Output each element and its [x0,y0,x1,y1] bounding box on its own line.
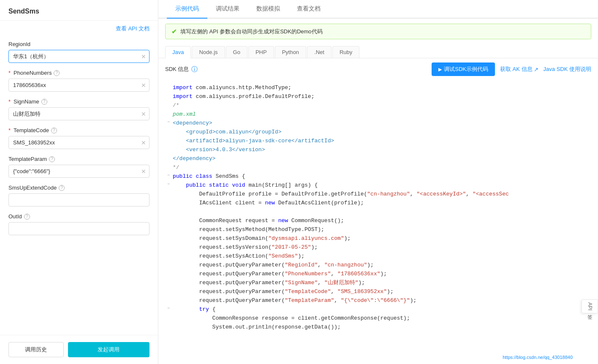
url-hint: https://blog.csdn.ne/qq_43018840 [503,355,573,360]
lang-tabs: Java Node.js Go PHP Python .Net Ruby [158,43,598,58]
invoke-button[interactable]: 发起调用 [68,342,150,357]
sdk-info-left: SDK 信息 ⓘ [165,65,198,73]
code-line: − <dependency> [165,119,591,128]
signname-input[interactable] [8,107,150,120]
code-line: request.putQueryParameter("PhoneNumbers"… [165,270,591,279]
code-line: request.putQueryParameter("TemplateCode"… [165,288,591,296]
code-line: request.setSysMethod(MethodType.POST); [165,225,591,234]
code-line: − try { [165,305,591,314]
code-line: <groupId>com.aliyun</groupId> [165,128,591,137]
regionid-label: RegionId [8,41,30,47]
debug-sdk-button[interactable]: ▶ 调试SDK示例代码 [432,62,495,76]
form-area: RegionId ✕ * PhoneNumbers ? ✕ * SignNa [0,37,158,335]
code-line: request.putQueryParameter("TemplateParam… [165,296,591,305]
page-title: SendSms [0,0,158,21]
code-line: </dependency> [165,155,591,163]
code-line: CommonRequest request = new CommonReques… [165,217,591,225]
sdk-info-bar: SDK 信息 ⓘ ▶ 调试SDK示例代码 获取 AK 信息 ↗ Java SDK… [158,58,598,80]
regionid-input[interactable] [8,50,150,63]
sdk-info-icon[interactable]: ⓘ [191,65,198,73]
code-line: − public class SendSms { [165,172,591,181]
left-panel: SendSms 查看 API 文档 RegionId ✕ * PhoneNumb… [0,0,158,364]
smsupextendcode-input[interactable] [8,193,150,206]
lang-tab-nodejs[interactable]: Node.js [192,46,225,58]
smsupextendcode-label: SmsUpExtendCode [8,185,57,191]
code-content: import com.aliyuncs.http.MethodType; imp… [158,80,598,335]
code-line: − public static void main(String[] args)… [165,181,591,190]
lang-tab-dotnet[interactable]: .Net [307,46,332,58]
bottom-buttons: 调用历史 发起调用 [0,335,158,364]
play-icon: ▶ [438,67,442,72]
api-doc-link[interactable]: 查看 API 文档 [0,21,158,37]
phonenumbers-wrapper: ✕ [8,79,150,92]
lang-tab-python[interactable]: Python [275,46,306,58]
lang-tab-java[interactable]: Java [165,46,191,58]
notice-bar: ✔ 填写左侧的 API 参数会自动同步生成对应SDK的Demo代码 [165,24,591,39]
sdk-info-label: SDK 信息 [165,65,189,73]
templateparam-label: TemplateParam [8,156,47,162]
code-line: request.setSysAction("SendSms"); [165,252,591,261]
lang-tab-go[interactable]: Go [226,46,247,58]
outid-wrapper [8,222,150,235]
regionid-wrapper: ✕ [8,50,150,63]
signname-wrapper: ✕ [8,107,150,120]
templatecode-help-icon[interactable]: ? [51,128,57,133]
tab-debug-result[interactable]: 调试结果 [207,0,248,19]
external-link-icon: ↗ [534,66,538,73]
tab-view-docs[interactable]: 查看文档 [288,0,329,19]
signname-required: * [8,98,11,105]
code-line: <version>4.0.3</version> [165,146,591,155]
smsupextendcode-help-icon[interactable]: ? [59,185,65,191]
lang-tab-ruby[interactable]: Ruby [332,46,359,58]
code-area: import com.aliyuncs.http.MethodType; imp… [158,80,598,364]
templateparam-help-icon[interactable]: ? [49,156,55,162]
field-smsupextendcode: SmsUpExtendCode ? [8,185,150,206]
tab-example-code[interactable]: 示例代码 [167,0,207,19]
templatecode-required: * [8,127,11,133]
debug-sdk-label: 调试SDK示例代码 [444,65,488,73]
signname-help-icon[interactable]: ? [41,99,47,105]
phonenumbers-clear-icon[interactable]: ✕ [141,82,146,88]
right-panel: 示例代码 调试结果 数据模拟 查看文档 ✔ 填写左侧的 API 参数会自动同步生… [158,0,598,364]
phonenumbers-input[interactable] [8,79,150,92]
lang-tab-php[interactable]: PHP [248,46,274,58]
outid-label: OutId [8,213,22,220]
code-line: /* [165,101,591,110]
code-line [165,208,591,217]
sdk-info-right: ▶ 调试SDK示例代码 获取 AK 信息 ↗ Java SDK 使用说明 [432,62,591,76]
code-line: import com.aliyuncs.profile.DefaultProfi… [165,92,591,101]
top-tabs: 示例代码 调试结果 数据模拟 查看文档 [158,0,598,19]
templatecode-label: TemplateCode [14,127,49,133]
templateparam-clear-icon[interactable]: ✕ [141,168,146,174]
tab-data-mock[interactable]: 数据模拟 [248,0,288,19]
code-line: import com.aliyuncs.http.MethodType; [165,84,591,92]
templateparam-wrapper: ✕ [8,165,150,178]
outid-help-icon[interactable]: ? [24,214,30,220]
code-line: request.setSysVersion("2017-05-25"); [165,243,591,252]
code-line: */ [165,163,591,172]
ak-info-link[interactable]: 获取 AK 信息 ↗ [500,65,538,73]
signname-clear-icon[interactable]: ✕ [141,111,146,117]
phonenumbers-label: PhoneNumbers [14,70,52,76]
regionid-clear-icon[interactable]: ✕ [141,54,146,60]
smsupextendcode-wrapper [8,193,150,206]
phonenumbers-required: * [8,70,11,76]
code-line: request.setSysDomain("dysmsapi.aliyuncs.… [165,234,591,243]
field-templateparam: TemplateParam ? ✕ [8,156,150,178]
field-outid: OutId ? [8,213,150,235]
phonenumbers-help-icon[interactable]: ? [54,70,60,76]
code-line: pom.xml [165,110,591,119]
code-line: <artifactId>aliyun-java-sdk-core</artifa… [165,137,591,146]
history-button[interactable]: 调用历史 [8,342,64,357]
field-regionid: RegionId ✕ [8,41,150,63]
api-sign-button[interactable]: API签 [582,299,598,313]
templateparam-input[interactable] [8,165,150,178]
code-line: request.putQueryParameter("RegionId", "c… [165,261,591,270]
code-line: DefaultProfile profile = DefaultProfile.… [165,190,591,199]
notice-text: 填写左侧的 API 参数会自动同步生成对应SDK的Demo代码 [180,28,323,35]
signname-label: SignName [14,98,39,105]
outid-input[interactable] [8,222,150,235]
java-sdk-link[interactable]: Java SDK 使用说明 [544,65,591,73]
templatecode-clear-icon[interactable]: ✕ [141,140,146,146]
templatecode-input[interactable] [8,136,150,149]
